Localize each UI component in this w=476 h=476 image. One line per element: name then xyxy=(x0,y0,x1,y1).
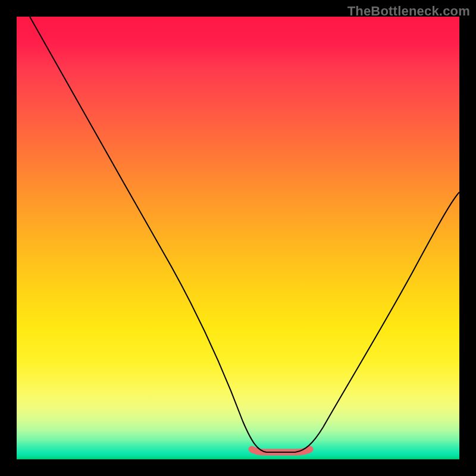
chart-svg xyxy=(17,17,459,459)
watermark-text: TheBottleneck.com xyxy=(347,4,470,19)
chart-frame: TheBottleneck.com xyxy=(0,0,476,476)
plot-area xyxy=(17,17,459,459)
bottleneck-curve-path xyxy=(30,17,459,452)
